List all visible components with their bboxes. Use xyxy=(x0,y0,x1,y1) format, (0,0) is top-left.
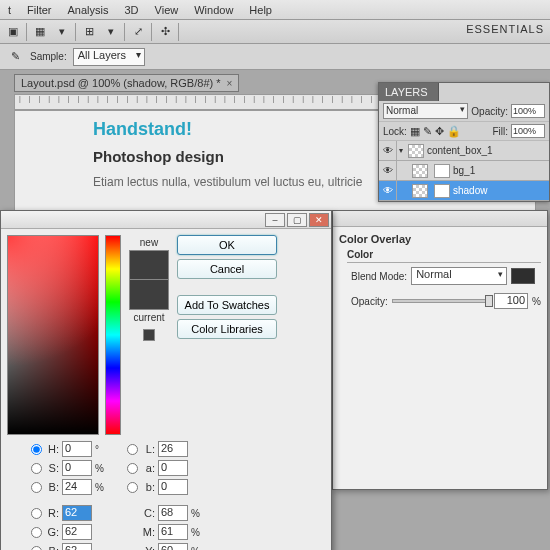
document-tab-label: Layout.psd @ 100% (shadow, RGB/8#) * xyxy=(21,77,221,89)
menu-item[interactable]: Filter xyxy=(19,3,59,17)
l-radio[interactable] xyxy=(127,444,138,455)
zoom-icon[interactable]: ⤢ xyxy=(129,23,147,41)
hue-slider[interactable] xyxy=(105,235,121,435)
layer-thumb xyxy=(408,144,424,158)
chevron-down-icon[interactable]: ▾ xyxy=(397,146,405,155)
layer-list: 👁 ▾ content_box_1 👁 bg_1 👁 shadow xyxy=(379,141,549,201)
lock-position-icon[interactable]: ✥ xyxy=(435,125,444,138)
bval-field[interactable]: 24 xyxy=(62,479,92,495)
r-field[interactable]: 62 xyxy=(62,505,92,521)
visibility-icon[interactable]: 👁 xyxy=(379,161,397,180)
menu-bar: t Filter Analysis 3D View Window Help xyxy=(0,0,550,20)
add-swatches-button[interactable]: Add To Swatches xyxy=(177,295,277,315)
chevron-down-icon[interactable]: ▾ xyxy=(53,23,71,41)
close-icon[interactable]: × xyxy=(227,78,233,89)
b-radio[interactable] xyxy=(31,482,42,493)
visibility-icon[interactable]: 👁 xyxy=(379,181,397,200)
opacity-slider[interactable] xyxy=(392,299,490,303)
opacity-label: Opacity: xyxy=(471,106,508,117)
panel-titlebar[interactable] xyxy=(333,211,547,227)
workspace-switcher[interactable]: ESSENTIALS xyxy=(464,20,546,38)
blend-mode-label: Blend Mode: xyxy=(351,271,407,282)
r-radio[interactable] xyxy=(31,508,42,519)
mask-thumb xyxy=(434,184,450,198)
app-toolbar: ▣ ▦ ▾ ⊞ ▾ ⤢ ✣ ESSENTIALS xyxy=(0,20,550,44)
g-radio[interactable] xyxy=(31,527,42,538)
color-field[interactable] xyxy=(7,235,99,435)
blend-mode-dropdown[interactable]: Normal xyxy=(383,103,468,119)
maximize-icon[interactable]: ▢ xyxy=(287,213,307,227)
h-field[interactable]: 0 xyxy=(62,441,92,457)
m-field[interactable]: 61 xyxy=(158,524,188,540)
a-field[interactable]: 0 xyxy=(158,460,188,476)
b3-field[interactable]: 0 xyxy=(158,479,188,495)
overlay-color-swatch[interactable] xyxy=(511,268,535,284)
current-label: current xyxy=(133,312,164,323)
menu-item[interactable]: 3D xyxy=(116,3,146,17)
document-tab[interactable]: Layout.psd @ 100% (shadow, RGB/8#) * × xyxy=(14,74,239,92)
new-color-swatch xyxy=(129,250,169,280)
b2-radio[interactable] xyxy=(31,546,42,551)
color-libraries-button[interactable]: Color Libraries xyxy=(177,319,277,339)
h-radio[interactable] xyxy=(31,444,42,455)
eyedropper-icon[interactable]: ✎ xyxy=(6,48,24,66)
layer-item[interactable]: 👁 ▾ content_box_1 xyxy=(379,141,549,161)
s-radio[interactable] xyxy=(31,463,42,474)
fill-label: Fill: xyxy=(492,126,508,137)
y-field[interactable]: 60 xyxy=(158,543,188,550)
cancel-button[interactable]: Cancel xyxy=(177,259,277,279)
opacity-value[interactable]: 100 xyxy=(494,293,528,309)
layer-thumb xyxy=(412,184,428,198)
g-field[interactable]: 62 xyxy=(62,524,92,540)
l-field[interactable]: 26 xyxy=(158,441,188,457)
layer-item[interactable]: 👁 shadow xyxy=(379,181,549,201)
view-extras-icon[interactable]: ⊞ xyxy=(80,23,98,41)
ok-button[interactable]: OK xyxy=(177,235,277,255)
menu-item[interactable]: Window xyxy=(186,3,241,17)
s-field[interactable]: 0 xyxy=(62,460,92,476)
a-radio[interactable] xyxy=(127,463,138,474)
layers-panel: LAYERS Normal Opacity: 100% Lock: ▦ ✎ ✥ … xyxy=(378,82,550,202)
opacity-field[interactable]: 100% xyxy=(511,104,545,118)
app-icon: ▣ xyxy=(4,23,22,41)
layer-thumb xyxy=(412,164,428,178)
menu-item[interactable]: t xyxy=(0,3,19,17)
chevron-down-icon[interactable]: ▾ xyxy=(102,23,120,41)
current-color-swatch[interactable] xyxy=(129,280,169,310)
b3-radio[interactable] xyxy=(127,482,138,493)
hand-icon[interactable]: ✣ xyxy=(156,23,174,41)
warning-swatch[interactable] xyxy=(143,329,155,341)
layer-name: shadow xyxy=(453,185,487,196)
layer-name: content_box_1 xyxy=(427,145,493,156)
menu-item[interactable]: Help xyxy=(241,3,280,17)
minimize-icon[interactable]: – xyxy=(265,213,285,227)
b2-field[interactable]: 62 xyxy=(62,543,92,550)
new-label: new xyxy=(140,237,158,248)
layer-item[interactable]: 👁 bg_1 xyxy=(379,161,549,181)
lock-all-icon[interactable]: 🔒 xyxy=(447,125,461,138)
visibility-icon[interactable]: 👁 xyxy=(379,141,397,160)
close-icon[interactable]: ✕ xyxy=(309,213,329,227)
color-picker-dialog: – ▢ ✕ new current OK Cancel Add To Swatc… xyxy=(0,210,332,550)
options-bar: ✎ Sample: All Layers xyxy=(0,44,550,70)
menu-item[interactable]: View xyxy=(147,3,187,17)
layer-name: bg_1 xyxy=(453,165,475,176)
layers-tab[interactable]: LAYERS xyxy=(379,83,439,101)
c-field[interactable]: 68 xyxy=(158,505,188,521)
bridge-icon[interactable]: ▦ xyxy=(31,23,49,41)
layer-style-panel: Color Overlay Color Blend Mode: Normal O… xyxy=(332,210,548,490)
menu-item[interactable]: Analysis xyxy=(60,3,117,17)
lock-paint-icon[interactable]: ✎ xyxy=(423,125,432,138)
effect-title: Color Overlay xyxy=(339,233,541,245)
lock-label: Lock: xyxy=(383,126,407,137)
blend-mode-dropdown[interactable]: Normal xyxy=(411,267,507,285)
opacity-label: Opacity: xyxy=(351,296,388,307)
sample-label: Sample: xyxy=(30,51,67,62)
fill-field[interactable]: 100% xyxy=(511,124,545,138)
section-title: Color xyxy=(347,247,541,263)
dialog-titlebar[interactable]: – ▢ ✕ xyxy=(1,211,331,229)
mask-thumb xyxy=(434,164,450,178)
lock-transparency-icon[interactable]: ▦ xyxy=(410,125,420,138)
sample-dropdown[interactable]: All Layers xyxy=(73,48,145,66)
